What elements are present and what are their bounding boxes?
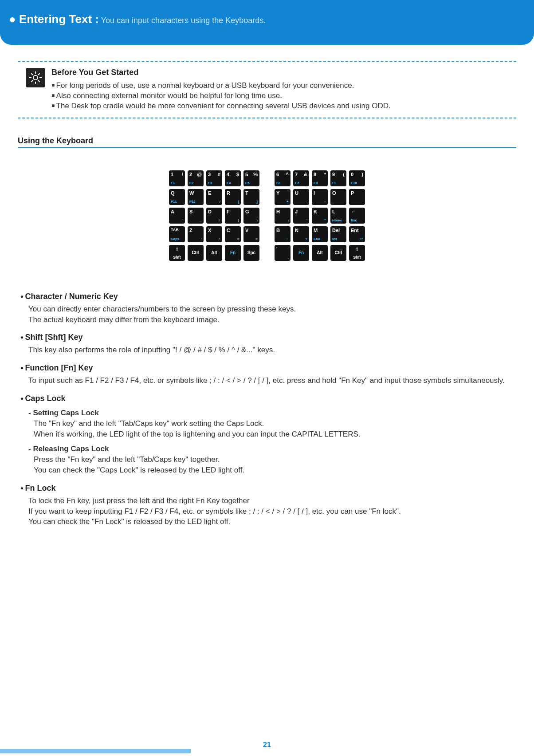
content-area: Before You Get Started For long periods … [0,45,534,527]
keyboard-key: B~ [275,226,291,242]
svg-line-6 [38,80,40,82]
keyboard-key: Ctrl [330,245,346,261]
keyboard-key: TABCaps [169,226,185,242]
description-subheading: Releasing Caps Lock [28,444,516,454]
keyboard-key: DelIns [330,226,346,242]
keyboard-key: ←Esc [349,208,365,224]
keyboard-key: Alt [206,245,222,261]
keyboard-key: N? [293,226,309,242]
keyboard-key: P [349,189,365,205]
keyboard-key: 9(F9 [330,170,346,186]
description-subbody: Press the "Fn key" and the left "Tab/Cap… [28,454,516,476]
before-start-item: For long periods of use, use a normal ke… [51,81,391,91]
keyboard-key: X: [206,226,222,242]
keyboard-key: G) [243,208,259,224]
page-number: 21 [263,741,271,749]
keyboard-key: MEnd [312,226,328,242]
keyboard-key: 5%F5 [243,170,259,186]
before-start-list: For long periods of use, use a normal ke… [51,81,391,111]
keyboard-key: Alt [312,245,328,261]
keyboard-key: 7&F7 [293,170,309,186]
description-body: To lock the Fn key, just press the left … [20,496,516,527]
keyboard-left-half: 1!F12@F23#F34$F45%F5QF11WF12E/R[T]A`S_D!… [169,170,259,261]
keyboard-right-half: 6^F67&F78*F89(F90)F10Y+U-I=OPH\J'K"LHome… [275,170,365,261]
keyboard-row: 6^F67&F78*F89(F90)F10 [275,170,365,186]
description-sub-wrap: Setting Caps LockThe "Fn key" and the le… [20,408,516,476]
keyboard-key: 0)F10 [349,170,365,186]
footer-accent-bar [0,749,191,753]
section-heading-using-keyboard: Using the Keyboard [18,136,516,148]
keyboard-key: F( [225,208,241,224]
keyboard-key: R[ [225,189,241,205]
keyboard-key: 1!F1 [169,170,185,186]
keyboard-row: Y+U-I=OP [275,189,365,205]
keyboard-key: LHome [330,208,346,224]
key-descriptions: Character / Numeric KeyYou can directly … [18,292,516,527]
svg-line-7 [31,80,33,82]
keyboard-diagram: 1!F12@F23#F34$F45%F5QF11WF12E/R[T]A`S_D!… [18,170,516,261]
keyboard-row: TABCapsZ;X:C<V> [169,226,259,242]
keyboard-key: Fn [293,245,309,261]
keyboard-key: ⇧Shft [349,245,365,261]
keyboard-key: C< [225,226,241,242]
description-heading: Character / Numeric Key [20,292,516,301]
description-body: To input such as F1 / F2 / F3 / F4, etc.… [20,375,516,386]
svg-point-0 [33,75,38,80]
keyboard-key: 4$F4 [225,170,241,186]
keyboard-key: I= [312,189,328,205]
keyboard-key: Ent↵ [349,226,365,242]
keyboard-key: A` [169,208,185,224]
keyboard-key: U- [293,189,309,205]
keyboard-key: ⇧Shft [169,245,185,261]
keyboard-key: H\ [275,208,291,224]
keyboard-key: Y+ [275,189,291,205]
keyboard-key: J' [293,208,309,224]
page-subtitle: You can input characters using the Keybo… [99,16,266,25]
keyboard-key: 3#F3 [206,170,222,186]
keyboard-row: 1!F12@F23#F34$F45%F5 [169,170,259,186]
keyboard-key: Spc [243,245,259,261]
keyboard-key: S_ [188,208,204,224]
before-start-item: Also connecting external monitor would b… [51,91,391,101]
keyboard-key: O [330,189,346,205]
description-body: You can directly enter characters/number… [20,304,516,325]
keyboard-key: D! [206,208,222,224]
svg-line-8 [38,73,40,75]
keyboard-key: E/ [206,189,222,205]
keyboard-key: WF12 [188,189,204,205]
keyboard-key: T] [243,189,259,205]
before-start-title: Before You Get Started [51,68,391,77]
keyboard-key: 6^F6 [275,170,291,186]
description-heading: Fn Lock [20,484,516,493]
before-you-start-box: Before You Get Started For long periods … [18,62,516,118]
keyboard-row: ⇧ShftCtrlAltFnSpc [169,245,259,261]
keyboard-key: V> [243,226,259,242]
description-heading: Caps Lock [20,394,516,403]
keyboard-key: ', [275,245,291,261]
before-start-item: The Desk top cradle would be more conven… [51,101,391,111]
keyboard-row: A`S_D!F(G) [169,208,259,224]
keyboard-key: Ctrl [188,245,204,261]
description-subheading: Setting Caps Lock [28,408,516,418]
brightness-icon [26,68,45,87]
svg-line-5 [31,73,33,75]
keyboard-key: QF11 [169,189,185,205]
keyboard-row: ',FnAltCtrl⇧Shft [275,245,365,261]
keyboard-row: B~N?MEndDelInsEnt↵ [275,226,365,242]
keyboard-row: H\J'K"LHome←Esc [275,208,365,224]
description-heading: Function [Fn] Key [20,363,516,373]
description-body: This key also performs the role of input… [20,345,516,355]
keyboard-key: 2@F2 [188,170,204,186]
header-band: ● Entering Text : You can input characte… [0,0,534,45]
keyboard-row: QF11WF12E/R[T] [169,189,259,205]
page-title: ● Entering Text : [9,12,99,26]
keyboard-key: 8*F8 [312,170,328,186]
before-start-text: Before You Get Started For long periods … [51,68,391,111]
keyboard-key: Fn [225,245,241,261]
dashed-separator-bottom [18,118,516,118]
description-subbody: The "Fn key" and the left "Tab/Caps key"… [28,418,516,440]
keyboard-key: K" [312,208,328,224]
keyboard-key: Z; [188,226,204,242]
description-heading: Shift [Shft] Key [20,333,516,342]
